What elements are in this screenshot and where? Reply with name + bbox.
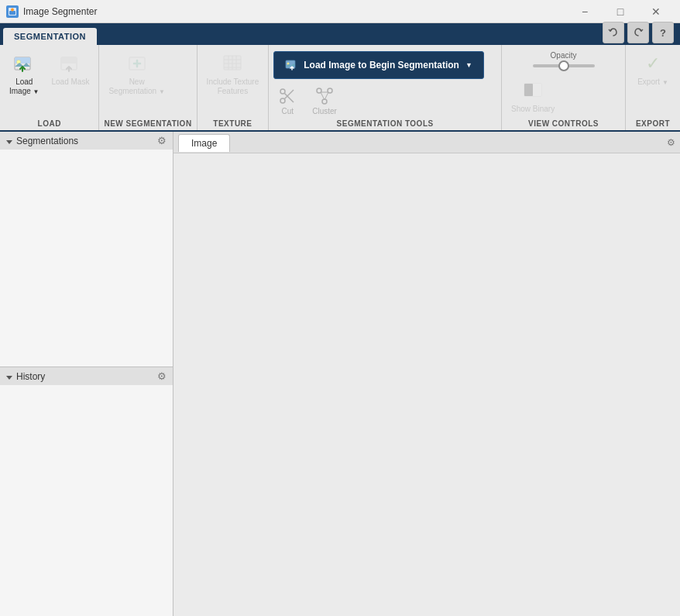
- opacity-label: Opacity: [507, 51, 620, 60]
- svg-point-20: [280, 98, 285, 103]
- segmentations-label: Segmentations: [16, 136, 78, 146]
- checkmark-icon: ✓: [646, 55, 660, 72]
- ribbon-group-load: LoadImage ▼ Load Mask LOAD: [0, 45, 99, 130]
- new-seg-group-content: NewSegmentation ▼: [104, 48, 191, 118]
- opacity-thumb: [558, 60, 569, 71]
- history-arrow-icon: [6, 371, 12, 382]
- help-button[interactable]: ?: [652, 22, 674, 43]
- load-begin-icon: [285, 59, 299, 71]
- window-title: Image Segmenter: [23, 6, 97, 17]
- cut-button[interactable]: Cut: [273, 85, 301, 117]
- opacity-slider[interactable]: [533, 64, 595, 67]
- texture-group-label: TEXTURE: [202, 118, 264, 130]
- panel-settings-icon[interactable]: ⚙: [667, 137, 675, 148]
- seg-tools-group-content: Load Image to Begin Segmentation ▼ Cut: [273, 48, 496, 118]
- image-canvas: [173, 153, 680, 616]
- app-icon: [6, 5, 19, 18]
- new-segmentation-button[interactable]: NewSegmentation ▼: [104, 48, 169, 99]
- main-area: Segmentations ⚙ History ⚙ Image ⚙: [0, 132, 680, 616]
- view-controls-group-label: VIEW CONTROLS: [507, 118, 620, 130]
- history-body: [0, 385, 173, 587]
- history-gear-icon[interactable]: ⚙: [157, 370, 167, 382]
- ribbon-group-new-segmentation: NewSegmentation ▼ NEW SEGMENTATION: [99, 45, 197, 130]
- cluster-button[interactable]: Cluster: [307, 85, 342, 117]
- ribbon-right-controls: ?: [596, 20, 680, 45]
- export-button[interactable]: ✓ Export ▼: [633, 48, 673, 90]
- segmentations-body: [0, 150, 173, 367]
- ribbon-group-seg-tools: Load Image to Begin Segmentation ▼ Cut: [269, 45, 502, 130]
- load-mask-icon: [58, 51, 83, 76]
- new-segmentation-icon: [125, 51, 149, 76]
- new-segmentation-label: NewSegmentation ▼: [108, 77, 164, 96]
- redo-button[interactable]: [627, 22, 649, 43]
- history-header[interactable]: History ⚙: [0, 367, 173, 385]
- load-mask-button[interactable]: Load Mask: [47, 48, 94, 90]
- cluster-label: Cluster: [312, 107, 337, 115]
- load-image-button[interactable]: LoadImage ▼: [5, 48, 44, 99]
- tab-bar: SEGMENTATION ?: [0, 23, 680, 45]
- show-binary-icon: [520, 78, 545, 103]
- image-panel: Image ⚙: [173, 132, 680, 616]
- history-label: History: [16, 371, 45, 382]
- ribbon-group-view-controls: Opacity Show: [502, 45, 626, 130]
- show-binary-label: Show Binary: [511, 105, 555, 114]
- load-mask-label: Load Mask: [52, 77, 90, 87]
- ribbon-group-export: ✓ Export ▼ EXPORT: [626, 45, 680, 130]
- sidebar: Segmentations ⚙ History ⚙: [0, 132, 173, 616]
- load-image-icon: [12, 51, 36, 76]
- title-bar-left: Image Segmenter: [6, 5, 97, 18]
- undo-icon: [608, 27, 619, 38]
- title-bar: Image Segmenter − □ ✕: [0, 0, 680, 23]
- svg-line-29: [325, 92, 328, 100]
- view-controls-content: Opacity Show: [507, 48, 620, 118]
- include-texture-icon: [220, 51, 245, 76]
- svg-point-2: [11, 8, 14, 11]
- redo-icon: [633, 27, 644, 38]
- image-panel-tabs: Image ⚙: [173, 132, 680, 153]
- show-binary-button[interactable]: Show Binary: [507, 75, 559, 117]
- include-texture-label: Include TextureFeatures: [207, 77, 259, 96]
- svg-rect-7: [61, 57, 77, 64]
- svg-rect-1: [9, 11, 15, 15]
- seg-tools-row: Cut Cluster: [273, 85, 342, 117]
- load-image-label: LoadImage ▼: [9, 77, 39, 96]
- opacity-section: Opacity: [507, 51, 620, 71]
- new-seg-group-label: NEW SEGMENTATION: [104, 118, 191, 130]
- segmentations-header-content: Segmentations: [6, 136, 78, 146]
- export-group-content: ✓ Export ▼: [630, 48, 675, 118]
- texture-group-content: Include TextureFeatures: [202, 48, 264, 118]
- svg-rect-31: [524, 84, 533, 96]
- seg-tools-group-label: SEGMENTATION TOOLS: [273, 118, 496, 130]
- load-group-label: LOAD: [5, 118, 94, 130]
- include-texture-button[interactable]: Include TextureFeatures: [202, 48, 264, 99]
- export-icon: ✓: [641, 51, 665, 76]
- svg-point-21: [280, 89, 285, 94]
- undo-button[interactable]: [603, 22, 624, 43]
- load-group-content: LoadImage ▼ Load Mask: [5, 48, 94, 118]
- export-label: Export ▼: [637, 77, 668, 87]
- segmentations-header[interactable]: Segmentations ⚙: [0, 132, 173, 150]
- ribbon-group-texture: Include TextureFeatures TEXTURE: [197, 45, 270, 130]
- load-begin-arrow: ▼: [465, 61, 472, 69]
- load-image-begin-button[interactable]: Load Image to Begin Segmentation ▼: [273, 51, 484, 79]
- cluster-icon: [315, 87, 334, 105]
- image-tab[interactable]: Image: [178, 134, 230, 152]
- history-section: History ⚙: [0, 367, 173, 616]
- segmentations-section: Segmentations ⚙: [0, 132, 173, 367]
- segmentations-arrow-icon: [6, 136, 12, 146]
- export-group-label: EXPORT: [630, 118, 675, 130]
- history-header-content: History: [6, 371, 45, 382]
- cut-icon: [278, 87, 297, 105]
- svg-rect-32: [533, 84, 541, 96]
- cut-label: Cut: [281, 107, 294, 115]
- tab-segmentation[interactable]: SEGMENTATION: [3, 28, 97, 45]
- load-begin-label: Load Image to Begin Segmentation: [304, 60, 459, 71]
- segmentations-gear-icon[interactable]: ⚙: [157, 135, 167, 146]
- ribbon: LoadImage ▼ Load Mask LOAD: [0, 45, 680, 132]
- svg-line-28: [321, 92, 325, 100]
